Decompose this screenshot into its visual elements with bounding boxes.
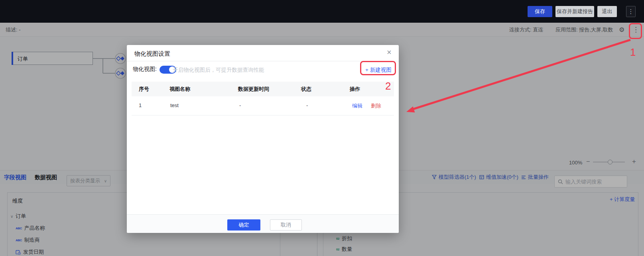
close-icon[interactable]: × — [387, 48, 392, 56]
col-name: 视图名称 — [169, 86, 190, 93]
col-status: 状态 — [301, 86, 311, 93]
modal-footer: 确定 取消 — [127, 214, 399, 233]
cell-updated: - — [239, 102, 241, 108]
views-table-header: 序号 视图名称 数据更新时间 状态 操作 — [132, 82, 394, 96]
materialized-view-settings-modal: 物化视图设置 × 物化视图: 开启物化视图后，可提升数据查询性能 + 新建视图 … — [127, 45, 399, 233]
toggle-hint-text: 开启物化视图后，可提升数据查询性能 — [173, 66, 264, 74]
table-row: 1 test - - 编辑 删除 — [132, 96, 394, 115]
modal-title: 物化视图设置 — [134, 50, 170, 58]
views-table: 序号 视图名称 数据更新时间 状态 操作 1 test - - 编辑 删除 — [132, 82, 394, 115]
col-index: 序号 — [139, 86, 149, 93]
model-editor-page: 保存 保存并新建报告 退出 ⋮ 描述: - 连接方式: 直连 应用范围: 报告,… — [0, 0, 644, 256]
more-menu-button[interactable]: ⋮ — [626, 6, 636, 17]
cell-status: - — [306, 102, 308, 108]
col-actions: 操作 — [350, 86, 360, 93]
save-button[interactable]: 保存 — [528, 6, 552, 17]
exit-button[interactable]: 退出 — [597, 6, 617, 17]
modal-header-divider — [127, 61, 399, 61]
col-updated: 数据更新时间 — [238, 86, 269, 93]
cell-name: test — [170, 102, 179, 108]
cancel-button[interactable]: 取消 — [270, 219, 302, 231]
edit-link[interactable]: 编辑 — [352, 102, 362, 109]
materialized-view-toggle-label: 物化视图: — [133, 66, 157, 73]
top-bar: 保存 保存并新建报告 退出 ⋮ — [0, 0, 644, 23]
save-and-new-report-button[interactable]: 保存并新建报告 — [555, 6, 594, 17]
cell-index: 1 — [139, 102, 142, 108]
confirm-button[interactable]: 确定 — [227, 219, 260, 231]
delete-link[interactable]: 删除 — [371, 102, 381, 109]
new-view-button[interactable]: + 新建视图 — [365, 66, 392, 74]
more-icon: ⋮ — [628, 8, 634, 15]
